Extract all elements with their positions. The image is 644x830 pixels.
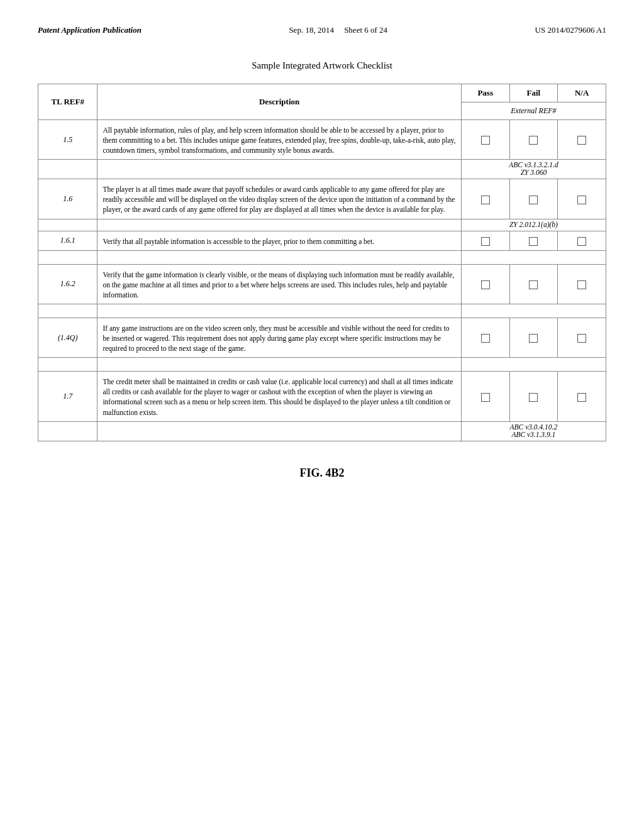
row-ref-0: 1.5 bbox=[38, 120, 97, 160]
checkbox-pass-4[interactable] bbox=[481, 334, 490, 343]
header-date-sheet: Sep. 18, 2014 Sheet 6 of 24 bbox=[289, 25, 387, 35]
ext-ref-value-5: ABC v3.0.4.10.2ABC v3.1.3.9.1 bbox=[461, 421, 606, 441]
col-header-desc: Description bbox=[97, 84, 461, 120]
checkbox-na-4[interactable] bbox=[577, 334, 586, 343]
row-ref-5: 1.7 bbox=[38, 372, 97, 421]
ext-ref-empty-cell1-4 bbox=[38, 358, 97, 372]
ext-ref-empty-cell2-4 bbox=[97, 358, 461, 372]
row-ref-2: 1.6.1 bbox=[38, 231, 97, 250]
checklist-table: TL REF# Description Pass Fail N/A Extern… bbox=[38, 84, 606, 441]
checkbox-na-3[interactable] bbox=[577, 280, 586, 289]
ext-ref-empty-1 bbox=[38, 219, 97, 231]
row-na-0 bbox=[558, 120, 606, 160]
row-na-3 bbox=[558, 264, 606, 304]
checkbox-fail-3[interactable] bbox=[529, 280, 538, 289]
col-header-ref: TL REF# bbox=[38, 84, 97, 120]
checkbox-fail-0[interactable] bbox=[529, 136, 538, 145]
row-fail-2 bbox=[509, 231, 558, 250]
row-pass-4 bbox=[461, 318, 509, 357]
checkbox-fail-2[interactable] bbox=[529, 237, 538, 246]
ext-ref-empty-cell2-3 bbox=[97, 304, 461, 318]
ext-ref-empty-0 bbox=[38, 160, 97, 179]
ext-ref-empty-cell2-2 bbox=[97, 250, 461, 264]
row-fail-5 bbox=[509, 372, 558, 421]
table-row: 1.6The player is at all times made aware… bbox=[38, 179, 606, 219]
col-header-fail: Fail bbox=[509, 84, 558, 102]
checkbox-pass-3[interactable] bbox=[481, 280, 490, 289]
checkbox-na-0[interactable] bbox=[577, 136, 586, 145]
row-na-2 bbox=[558, 231, 606, 250]
table-row: (1.4Q)If any game instructions are on th… bbox=[38, 318, 606, 357]
ext-ref-value-0: ABC v3.1.3.2.1.dZY 3.060 bbox=[461, 160, 606, 179]
header-sheet: Sheet 6 of 24 bbox=[344, 25, 387, 35]
row-ref-3: 1.6.2 bbox=[38, 264, 97, 304]
ext-ref-desc-empty-5 bbox=[97, 421, 461, 441]
ext-ref-empty-cell3-3 bbox=[461, 304, 606, 318]
ext-ref-desc-empty-1 bbox=[97, 219, 461, 231]
table-ext-ref-empty-3 bbox=[38, 304, 606, 318]
checkbox-pass-0[interactable] bbox=[481, 136, 490, 145]
header-publication-label: Patent Application Publication bbox=[38, 25, 142, 35]
document-title: Sample Integrated Artwork Checklist bbox=[38, 60, 606, 71]
row-desc-0: All paytable information, rules of play,… bbox=[97, 120, 461, 160]
row-fail-0 bbox=[509, 120, 558, 160]
col-header-pass: Pass bbox=[461, 84, 509, 102]
checkbox-pass-2[interactable] bbox=[481, 237, 490, 246]
checkbox-pass-5[interactable] bbox=[481, 393, 490, 402]
table-row: 1.7The credit meter shall be maintained … bbox=[38, 372, 606, 421]
table-ext-ref-empty-2 bbox=[38, 250, 606, 264]
checkbox-na-1[interactable] bbox=[577, 196, 586, 204]
row-pass-0 bbox=[461, 120, 509, 160]
table-row: 1.6.1Verify that all paytable informatio… bbox=[38, 231, 606, 250]
checkbox-fail-1[interactable] bbox=[529, 196, 538, 204]
ext-ref-value-1: ZY 2.012.1(a)(b) bbox=[461, 219, 606, 231]
ext-ref-empty-cell3-4 bbox=[461, 358, 606, 372]
checkbox-fail-4[interactable] bbox=[529, 334, 538, 343]
checkbox-na-2[interactable] bbox=[577, 237, 586, 246]
figure-caption: FIG. 4B2 bbox=[38, 467, 606, 480]
row-na-5 bbox=[558, 372, 606, 421]
header-date: Sep. 18, 2014 bbox=[289, 25, 334, 35]
row-desc-1: The player is at all times made aware th… bbox=[97, 179, 461, 219]
ext-ref-empty-cell1-2 bbox=[38, 250, 97, 264]
table-header-row: TL REF# Description Pass Fail N/A bbox=[38, 84, 606, 102]
row-desc-4: If any game instructions are on the vide… bbox=[97, 318, 461, 357]
ext-ref-empty-cell1-3 bbox=[38, 304, 97, 318]
table-ext-ref-empty-4 bbox=[38, 358, 606, 372]
ext-ref-label: External REF# bbox=[461, 102, 606, 120]
checkbox-pass-1[interactable] bbox=[481, 196, 490, 204]
row-na-4 bbox=[558, 318, 606, 357]
table-ext-ref-row-1: ZY 2.012.1(a)(b) bbox=[38, 219, 606, 231]
ext-ref-empty-5 bbox=[38, 421, 97, 441]
table-row: 1.6.2Verify that the game information is… bbox=[38, 264, 606, 304]
page-header: Patent Application Publication Sep. 18, … bbox=[38, 25, 606, 35]
row-desc-2: Verify that all paytable information is … bbox=[97, 231, 461, 250]
header-patent-number: US 2014/0279606 A1 bbox=[535, 25, 606, 35]
page: Patent Application Publication Sep. 18, … bbox=[0, 0, 644, 830]
row-fail-3 bbox=[509, 264, 558, 304]
table-ext-ref-row-0: ABC v3.1.3.2.1.dZY 3.060 bbox=[38, 160, 606, 179]
row-ref-1: 1.6 bbox=[38, 179, 97, 219]
col-header-na: N/A bbox=[558, 84, 606, 102]
row-pass-3 bbox=[461, 264, 509, 304]
row-desc-5: The credit meter shall be maintained in … bbox=[97, 372, 461, 421]
row-fail-4 bbox=[509, 318, 558, 357]
row-desc-3: Verify that the game information is clea… bbox=[97, 264, 461, 304]
row-pass-1 bbox=[461, 179, 509, 219]
ext-ref-desc-empty-0 bbox=[97, 160, 461, 179]
row-pass-5 bbox=[461, 372, 509, 421]
row-na-1 bbox=[558, 179, 606, 219]
ext-ref-empty-cell3-2 bbox=[461, 250, 606, 264]
row-fail-1 bbox=[509, 179, 558, 219]
table-ext-ref-row-5: ABC v3.0.4.10.2ABC v3.1.3.9.1 bbox=[38, 421, 606, 441]
checkbox-fail-5[interactable] bbox=[529, 393, 538, 402]
row-ref-4: (1.4Q) bbox=[38, 318, 97, 357]
row-pass-2 bbox=[461, 231, 509, 250]
checkbox-na-5[interactable] bbox=[577, 393, 586, 402]
table-row: 1.5All paytable information, rules of pl… bbox=[38, 120, 606, 160]
